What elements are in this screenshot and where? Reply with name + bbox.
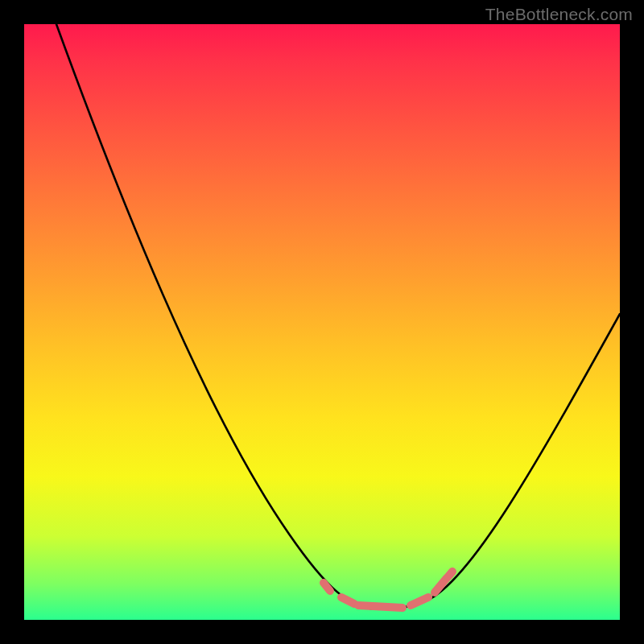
marker-dot [324,583,330,591]
marker-dot [448,572,452,576]
watermark-text: TheBottleneck.com [485,5,633,24]
chart-frame: TheBottleneck.com [0,0,644,644]
marker-dot [341,597,354,604]
bottom-marker-group [324,572,452,608]
bottleneck-curve [56,24,620,609]
marker-dot [411,597,428,605]
marker-dot [435,578,447,592]
curve-layer [24,24,620,620]
plot-area [24,24,620,620]
marker-dot [358,605,402,608]
